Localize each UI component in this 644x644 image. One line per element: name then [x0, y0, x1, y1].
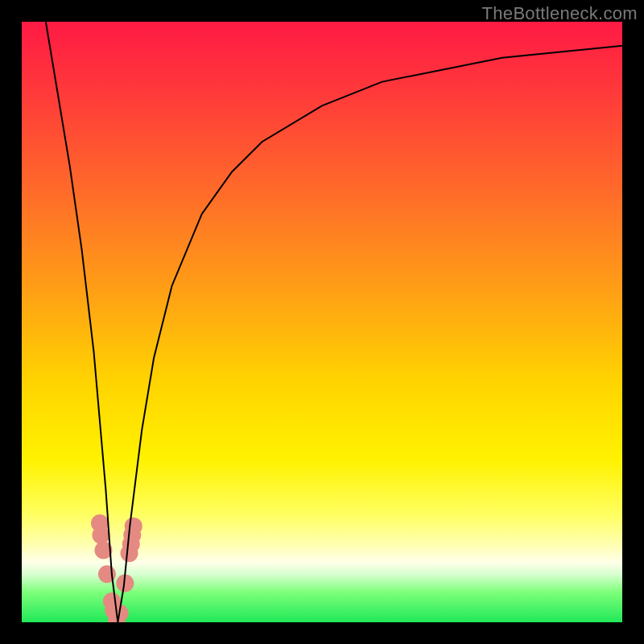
marker-group: [91, 514, 142, 622]
marker-dot: [125, 518, 142, 535]
chart-svg: [22, 22, 622, 622]
plot-area: [22, 22, 622, 622]
marker-dot: [92, 526, 109, 544]
chart-container: TheBottleneck.com: [0, 0, 644, 644]
watermark: TheBottleneck.com: [482, 3, 638, 24]
